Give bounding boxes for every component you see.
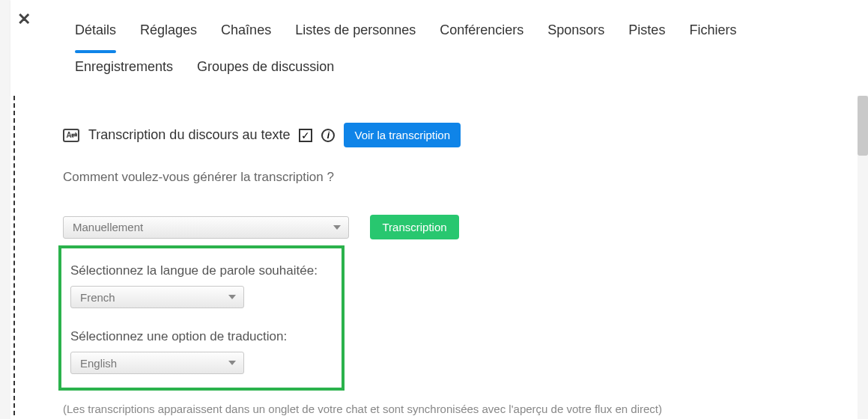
section-title: Transcription du discours au texte (88, 127, 290, 143)
check-icon: ✓ (301, 130, 310, 141)
tab-groupes-discussion[interactable]: Groupes de discussion (185, 55, 346, 90)
scrollbar[interactable] (858, 96, 868, 156)
topbar: Détails Réglages Chaînes Listes de perso… (10, 0, 868, 96)
language-highlight-box: Sélectionnez la langue de parole souhait… (58, 245, 345, 391)
tab-reglages[interactable]: Réglages (128, 18, 209, 53)
tabs-row-1: Détails Réglages Chaînes Listes de perso… (10, 0, 868, 53)
speech-language-select[interactable]: French (70, 286, 244, 308)
transcription-hint: (Les transcriptions apparaissent dans un… (63, 403, 858, 415)
enable-transcription-checkbox[interactable]: ✓ (299, 129, 312, 142)
chevron-down-icon (228, 295, 236, 299)
tab-pistes[interactable]: Pistes (616, 18, 677, 53)
view-transcription-button[interactable]: Voir la transcription (344, 123, 461, 147)
generation-label: Comment voulez-vous générer la transcrip… (63, 170, 858, 185)
transcription-icon: A⇄ (63, 129, 79, 142)
generation-select[interactable]: Manuellement (63, 216, 349, 239)
info-icon[interactable]: i (321, 129, 335, 142)
translate-option-selected: English (80, 357, 117, 370)
close-button[interactable]: ✕ (6, 1, 42, 37)
translate-option-select[interactable]: English (70, 352, 244, 374)
tab-listes-personnes[interactable]: Listes de personnes (283, 18, 428, 53)
tab-details[interactable]: Détails (63, 18, 128, 53)
translate-option-label: Sélectionnez une option de traduction: (70, 329, 333, 344)
section-header: A⇄ Transcription du discours au texte ✓ … (45, 103, 858, 150)
tab-enregistrements[interactable]: Enregistrements (63, 55, 185, 90)
transcription-button[interactable]: Transcription (370, 215, 458, 239)
speech-language-selected: French (80, 291, 115, 304)
chevron-down-icon (228, 361, 236, 365)
tab-sponsors[interactable]: Sponsors (535, 18, 616, 53)
tab-conferenciers[interactable]: Conférenciers (428, 18, 535, 53)
tabs-row-2: Enregistrements Groupes de discussion (10, 53, 868, 90)
tab-chaines[interactable]: Chaînes (209, 18, 283, 53)
content-area: A⇄ Transcription du discours au texte ✓ … (10, 96, 858, 419)
chevron-down-icon (333, 225, 341, 230)
generation-selected: Manuellement (73, 221, 143, 233)
speech-language-label: Sélectionnez la langue de parole souhait… (70, 263, 333, 278)
close-icon: ✕ (17, 10, 31, 29)
tab-fichiers[interactable]: Fichiers (677, 18, 748, 53)
